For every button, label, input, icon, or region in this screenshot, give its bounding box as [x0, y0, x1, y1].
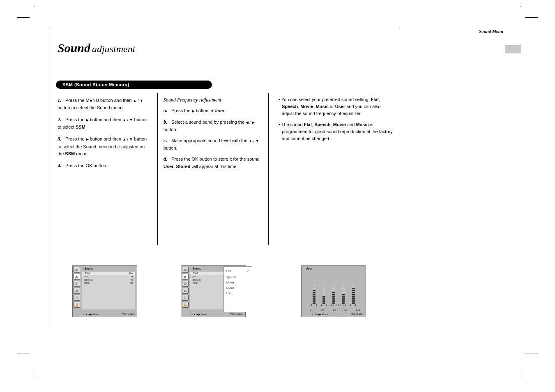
osd-sidebar-icons: ▭ 🔈 ⏲ ⧉ ⚙ 🔒	[182, 267, 189, 309]
side-tab	[505, 45, 521, 53]
crop-mark	[34, 6, 35, 7]
sound-icon: 🔈	[74, 274, 80, 280]
step-1: 1. Press the MENU button and then ▲ / ▼ …	[58, 96, 152, 111]
text: will appear at this time.	[192, 164, 238, 169]
picture-icon: ▭	[182, 267, 189, 273]
updown-icon: ▲ / ▼	[122, 118, 133, 123]
submenu-item: Music	[225, 285, 251, 291]
crop-mark	[521, 365, 521, 377]
special-icon: ⧉	[182, 288, 189, 294]
text: Select a sound band by pressing the	[171, 120, 246, 125]
bold: Flat	[371, 97, 379, 102]
step-4: 4. Press the OK button.	[58, 161, 152, 170]
eq-bar	[321, 280, 326, 304]
bold-user: User	[214, 108, 224, 113]
osd-footer: ▲▼ ◀▶ Move MENU prev.	[83, 313, 135, 316]
submenu-item: Flat✓	[225, 268, 251, 274]
bold: User	[335, 104, 345, 109]
updown-icon: ▲ / ▼	[249, 138, 259, 144]
osd-row-balance: Balance0	[82, 278, 135, 281]
column-notes: • You can select your preferred sound se…	[269, 93, 399, 245]
updown-icon: ▲ / ▼	[133, 98, 143, 104]
text: button.	[164, 127, 177, 132]
column-user-adjust: Sound Frequency Adjustment a. Press the …	[158, 93, 269, 245]
bold-stored: Stored	[176, 164, 191, 169]
osd-body: SSMFlat AVLOff Balance0 DBEOff	[82, 272, 135, 309]
updown-icon: ▲ / ▼	[122, 137, 133, 143]
bold: Movie	[333, 122, 346, 127]
bold-ssm: SSM	[65, 151, 75, 156]
crop-mark	[525, 17, 538, 18]
osd-footer: ▲▼ ◀▶ Move MENU prev.	[191, 313, 244, 316]
time-icon: ⏲	[182, 281, 189, 287]
text: button in	[196, 108, 214, 113]
eq-bar	[311, 280, 316, 304]
bold: Music	[316, 104, 329, 109]
osd-sidebar-icons: ▭ 🔈 ⏲ ⧉ ⚙ 🔒	[74, 267, 81, 309]
text: button and then	[90, 136, 123, 141]
eq-band-label: 1.5	[333, 309, 336, 311]
step-d: d. Press the OK button to store it for t…	[164, 155, 263, 170]
bold: Music	[356, 122, 368, 127]
osd-row-ssm: SSMFlat	[82, 272, 135, 275]
text: Press the OK button to store it for the …	[171, 157, 260, 161]
bold: Movie	[300, 104, 313, 109]
eq-scale	[309, 304, 358, 308]
text: Make appropriate sound level with the	[171, 138, 249, 143]
text: Press the OK button.	[65, 163, 107, 168]
text: Press the	[65, 117, 86, 122]
text: Press the MENU button and then	[65, 98, 133, 103]
crop-mark	[17, 17, 30, 18]
bold: Speech	[282, 104, 298, 109]
lock-icon: 🔒	[74, 302, 80, 308]
eq-bar	[341, 280, 346, 304]
osd-cell-3: User 0.10.51.55.010.0 ▲▼ ◀▶ Move MENU pr…	[268, 263, 399, 329]
page: Sound adjustment Sound Menu SSM (Sound S…	[0, 0, 555, 392]
lock-icon: 🔒	[182, 302, 189, 308]
eq-band-labels: 0.10.51.55.010.0	[310, 309, 360, 311]
right-icon: ▶	[86, 137, 89, 143]
osd-menu-sound: Sound ▭ 🔈 ⏲ ⧉ ⚙ 🔒 SSMFlat AVLOff Balance…	[72, 265, 137, 317]
user-subtitle: Sound Frequency Adjustment	[164, 96, 263, 104]
eq-bar	[351, 280, 356, 304]
screen-icon: ⚙	[182, 295, 189, 301]
eq-band-label: 0.1	[310, 309, 313, 311]
crop-mark	[520, 6, 521, 7]
eq-bar	[331, 280, 336, 304]
bold: Flat	[304, 122, 312, 127]
step-b: b. Select a sound band by pressing the ◀…	[164, 118, 263, 133]
text: button.	[164, 145, 177, 150]
text: You can select your preferred sound sett…	[281, 97, 371, 102]
time-icon: ⏲	[74, 281, 80, 287]
text: button to select the Sound menu.	[58, 105, 124, 110]
osd-title: Sound	[84, 267, 93, 270]
right-icon: ▶	[86, 118, 89, 123]
submenu-item: User	[225, 291, 251, 296]
crop-mark	[34, 365, 34, 377]
eq-band-label: 10.0	[356, 309, 360, 311]
submenu-item: Movie	[225, 280, 251, 285]
column-steps: 1. Press the MENU button and then ▲ / ▼ …	[52, 93, 158, 245]
osd-title: Sound	[193, 267, 202, 270]
eq-band-label: 5.0	[344, 309, 347, 311]
screen-icon: ⚙	[74, 295, 80, 301]
ssm-submenu-popup: Flat✓SpeechMovieMusicUser	[223, 266, 252, 312]
eq-title: User	[306, 267, 312, 270]
submenu-item: Speech	[225, 274, 251, 280]
columns: 1. Press the MENU button and then ▲ / ▼ …	[52, 93, 399, 245]
text: The sound	[281, 122, 304, 127]
eq-footer: ▲▼ ◀▶ Move MENU prev.	[311, 313, 364, 316]
sound-icon: 🔈	[182, 274, 189, 280]
section-title: Sound Menu	[479, 29, 503, 34]
text: button and then	[90, 117, 123, 122]
note-bullet-1: • You can select your preferred sound se…	[279, 96, 394, 117]
bold: Speech	[314, 122, 330, 127]
crop-mark	[17, 353, 30, 353]
osd-cell-1: Sound ▭ 🔈 ⏲ ⧉ ⚙ 🔒 SSMFlat AVLOff Balance…	[52, 263, 158, 329]
note-bullet-2: • The sound Flat, Speech, Movie and Musi…	[279, 121, 394, 142]
step-c: c. Make appropriate sound level with the…	[164, 136, 263, 152]
step-2: 2. Press the ▶ button and then ▲ / ▼ but…	[58, 115, 152, 131]
leftright-icon: ◀ / ▶	[246, 120, 255, 126]
eq-bars	[309, 273, 358, 304]
eq-band-label: 0.5	[321, 309, 324, 311]
